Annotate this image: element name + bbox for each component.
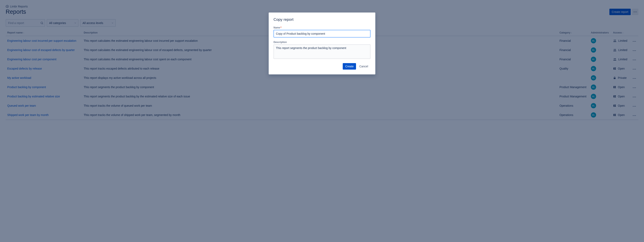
description-field-label: Description — [274, 41, 370, 44]
name-input[interactable] — [274, 30, 370, 38]
create-button[interactable]: Create — [343, 63, 356, 70]
cancel-button[interactable]: Cancel — [357, 63, 370, 70]
name-field-label: Name* — [274, 26, 370, 29]
description-input[interactable] — [274, 44, 370, 59]
modal-title: Copy report — [274, 17, 370, 22]
copy-report-modal: Copy report Name* Description Create Can… — [269, 13, 375, 74]
